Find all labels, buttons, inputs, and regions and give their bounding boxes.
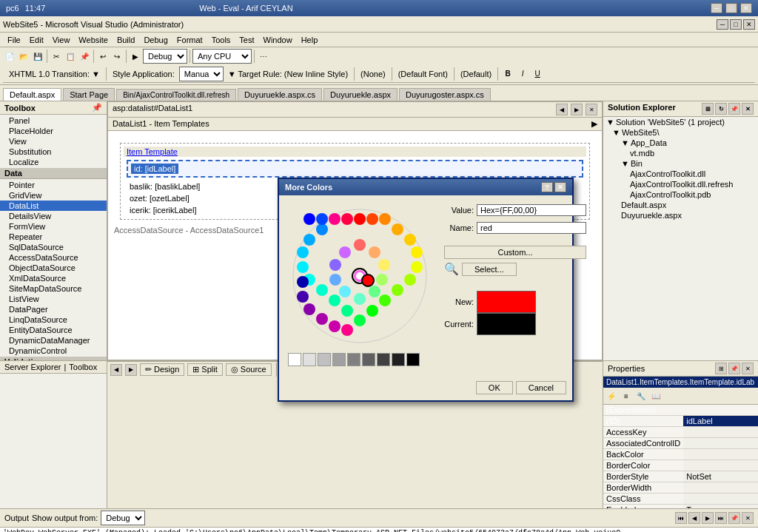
tab-duyuruekle[interactable]: Duyuruekle.aspx — [323, 88, 398, 101]
bottom-server-tab[interactable]: Server Explorer | Toolbox — [0, 361, 107, 374]
prop-icon4[interactable]: 📖 — [649, 389, 663, 403]
output-source-dropdown[interactable]: Debug — [101, 511, 145, 525]
toolbox-listview-item[interactable]: ListView — [0, 294, 107, 304]
output-btn3[interactable]: ▶ — [702, 512, 714, 524]
ajax-dll-refresh-item[interactable]: AjaxControlToolkit.dll.refresh — [603, 179, 758, 189]
cpu-dropdown[interactable]: Any CPU — [192, 49, 252, 64]
menu-format[interactable]: Format — [172, 34, 207, 46]
se-btn2[interactable]: ↻ — [715, 103, 727, 115]
prop-assoccontrol-value[interactable] — [683, 438, 758, 449]
bold-icon[interactable]: B — [501, 67, 514, 81]
prop-id-value[interactable]: idLabel — [683, 416, 758, 427]
open-icon[interactable]: 📂 — [17, 50, 30, 63]
toolbox-localize-item[interactable]: Localize — [0, 157, 107, 167]
menu-build[interactable]: Build — [113, 34, 139, 46]
menu-edit[interactable]: Edit — [25, 34, 48, 46]
italic-icon[interactable]: I — [516, 67, 529, 81]
html-tag[interactable]: <html> — [281, 364, 317, 376]
solution-root[interactable]: ▼ Solution 'WebSite5' (1 project) — [603, 117, 758, 127]
toolbox-datalist-item[interactable]: DataList — [0, 201, 107, 211]
toolbox-xmldatasource-item[interactable]: XmlDataSource — [0, 273, 107, 283]
menu-tools[interactable]: Tools — [207, 34, 235, 46]
debug-dropdown[interactable]: Debug — [143, 49, 187, 64]
toolbox-gridview-item[interactable]: GridView — [0, 190, 107, 201]
duyuruekle-item[interactable]: Duyuruekle.aspx — [603, 210, 758, 220]
template-expand-icon[interactable]: ▶ — [591, 119, 597, 129]
ozet-template-item[interactable]: ozet: [ozetLabel] — [124, 192, 586, 204]
website5-item[interactable]: ▼ WebSite5\ — [603, 127, 758, 138]
menu-file[interactable]: File — [3, 34, 25, 46]
prop-bordercolor-row[interactable]: BorderColor — [603, 460, 758, 471]
prop-backcolor-value[interactable] — [683, 449, 758, 460]
toolbox-detailsview-item[interactable]: DetailsView — [0, 211, 107, 221]
output-pin[interactable]: 📌 — [728, 512, 740, 524]
tab-default-aspx[interactable]: Default.aspx — [3, 88, 61, 101]
prop-assoccontrol-row[interactable]: AssociatedControlID — [603, 438, 758, 449]
server-explorer-tab[interactable]: Server Explorer — [4, 363, 61, 371]
tab-ajax-dll[interactable]: Bin/AjaxControlToolkit.dll.refresh — [116, 89, 236, 101]
selected-item-box[interactable]: id: [idLabel] — [127, 160, 583, 178]
save-icon[interactable]: 💾 — [31, 50, 44, 63]
toolbox-data-section-header[interactable]: Data — [0, 168, 107, 179]
cut-icon[interactable]: ✂ — [50, 50, 63, 63]
start-icon[interactable]: ▶ — [129, 50, 142, 63]
se-pin[interactable]: 📌 — [728, 103, 740, 115]
output-btn4[interactable]: ⏭ — [715, 512, 727, 524]
toolbox-dynamiccontrol-item[interactable]: DynamicControl — [0, 346, 107, 356]
body-tag[interactable]: <body> — [319, 364, 357, 376]
menu-window[interactable]: Window — [259, 34, 297, 46]
prop-bordercolor-value[interactable] — [683, 460, 758, 471]
prop-enabled-row[interactable]: Enabled True — [603, 505, 758, 509]
toolbox-accessdatasource-item[interactable]: AccessDataSource — [0, 252, 107, 263]
copy-icon[interactable]: 📋 — [64, 50, 77, 63]
output-close[interactable]: ✕ — [742, 512, 754, 524]
icerik-template-item[interactable]: icerik: [icerikLabel] — [124, 204, 586, 216]
split-btn[interactable]: ⊞ Split — [187, 363, 222, 376]
menu-help[interactable]: Help — [297, 34, 323, 46]
vs-minimize[interactable]: ─ — [717, 19, 728, 30]
toolbox-entitydatasource-item[interactable]: EntityDataSource — [0, 325, 107, 335]
prop-close[interactable]: ✕ — [742, 363, 754, 374]
style-dropdown[interactable]: Manual — [179, 67, 224, 81]
prop-icon2[interactable]: ≡ — [620, 389, 633, 403]
vs-close[interactable]: ✕ — [743, 19, 755, 30]
output-btn1[interactable]: ⏮ — [675, 512, 687, 524]
toolbox-sqldatasource-item[interactable]: SqlDataSource — [0, 242, 107, 252]
toolbox-panel-item[interactable]: Panel — [0, 115, 107, 126]
tab-duyuruekle-cs[interactable]: Duyuruekle.aspx.cs — [238, 88, 322, 101]
undo-icon[interactable]: ↩ — [96, 50, 110, 63]
form-tag[interactable]: <form#form1> — [360, 364, 421, 376]
bin-item[interactable]: ▼ Bin — [603, 158, 758, 169]
tab-start-page[interactable]: Start Page — [63, 88, 115, 101]
prop-accesskey-value[interactable] — [683, 427, 758, 438]
toolbox-view-item[interactable]: View — [0, 136, 107, 147]
nav-next[interactable]: ▶ — [125, 364, 137, 376]
prop-btn1[interactable]: ⊞ — [715, 363, 727, 374]
se-btn1[interactable]: ⊞ — [702, 103, 714, 115]
nav-prev[interactable]: ◀ — [110, 364, 122, 376]
menu-website[interactable]: Website — [74, 34, 113, 46]
vs-maximize[interactable]: □ — [730, 19, 742, 30]
prop-accesskey-row[interactable]: AccessKey — [603, 427, 758, 438]
toolbox-sitemapdatasource-item[interactable]: SiteMapDataSource — [0, 283, 107, 294]
new-icon[interactable]: 📄 — [3, 50, 16, 63]
prop-borderstyle-row[interactable]: BorderStyle NotSet — [603, 471, 758, 482]
toolbox-objectdatasource-item[interactable]: ObjectDataSource — [0, 263, 107, 273]
paste-icon[interactable]: 📌 — [78, 50, 91, 63]
tab-duyurugoster[interactable]: Duyurugoster.aspx.cs — [399, 88, 491, 101]
prop-enabled-value[interactable]: True — [683, 505, 758, 509]
output-btn2[interactable]: ◀ — [688, 512, 700, 524]
toolbox-pin[interactable]: 📌 — [92, 103, 102, 112]
toolbox-bottom-tab[interactable]: Toolbox — [69, 363, 97, 371]
menu-view[interactable]: View — [48, 34, 75, 46]
prop-borderwidth-row[interactable]: BorderWidth — [603, 482, 758, 494]
toolbar-more[interactable]: ⋯ — [257, 50, 270, 63]
prop-cssclass-value[interactable] — [683, 494, 758, 505]
underline-icon[interactable]: U — [531, 67, 544, 81]
vt-mdb-item[interactable]: vt.mdb — [603, 148, 758, 158]
prop-cssclass-row[interactable]: CssClass — [603, 494, 758, 505]
minimize-button[interactable]: ─ — [711, 3, 722, 13]
menu-test[interactable]: Test — [235, 34, 258, 46]
editor-close[interactable]: ✕ — [586, 104, 597, 115]
toolbox-pointer-item[interactable]: Pointer — [0, 180, 107, 190]
